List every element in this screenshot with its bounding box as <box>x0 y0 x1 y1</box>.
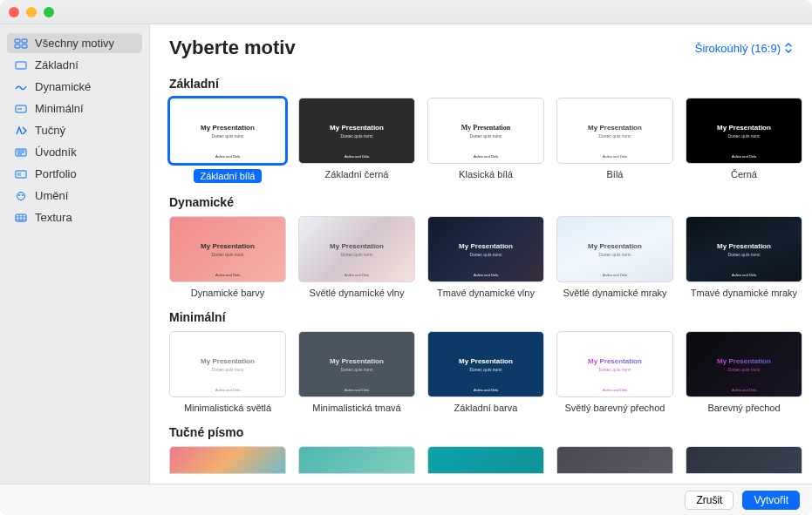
theme-thumbnail: My PresentationDonec quis nuncAaliea and… <box>169 216 286 282</box>
cancel-button[interactable]: Zrušit <box>685 491 734 510</box>
thumb-foot: Aaliea and Dela <box>603 273 627 277</box>
theme-thumbnail: My PresentationDonec quis nuncAaliea and… <box>427 331 544 397</box>
thumb-foot: Aaliea and Dela <box>474 388 498 392</box>
sidebar-item-6[interactable]: Portfolio <box>7 164 142 184</box>
thumb-sub: Donec quis nunc <box>340 367 372 372</box>
theme-label: Světlý barevný přechod <box>565 403 665 413</box>
theme-label: Základní černá <box>325 169 389 180</box>
theme-label: Barevný přechod <box>707 403 780 413</box>
theme-thumbnail: My PresentationDonec quis nuncAaliea and… <box>556 331 673 397</box>
theme-item[interactable] <box>169 446 286 474</box>
sidebar-item-label: Základní <box>35 58 78 71</box>
theme-item[interactable]: My PresentationDonec quis nuncAaliea and… <box>686 216 802 298</box>
theme-item[interactable] <box>686 446 802 474</box>
theme-label: Světlé dynamické mraky <box>563 288 666 298</box>
bold-icon <box>14 125 28 137</box>
theme-item[interactable]: My PresentationDonec quis nuncAaliea and… <box>556 331 673 413</box>
chevron-up-down-icon <box>784 43 793 53</box>
theme-item[interactable]: My PresentationDonec quis nuncAaliea and… <box>169 216 286 298</box>
thumb-sub: Donec quis nunc <box>469 367 502 372</box>
sidebar-item-2[interactable]: Dynamické <box>7 77 142 97</box>
theme-item[interactable]: My PresentationDonec quis nuncAaliea and… <box>556 216 673 298</box>
section-title: Minimální <box>169 310 793 324</box>
minimize-icon[interactable] <box>26 7 37 17</box>
thumb-sub: Donec quis nunc <box>469 252 502 257</box>
thumb-heading: My Presentation <box>588 357 642 365</box>
thumb-heading: My Presentation <box>330 124 384 132</box>
art-icon <box>14 190 28 202</box>
thumb-heading: My Presentation <box>588 242 642 250</box>
section-title: Tučné písmo <box>169 425 793 439</box>
theme-thumbnail <box>298 446 415 474</box>
thumb-heading: My Presentation <box>459 357 513 365</box>
thumb-foot: Aaliea and Dela <box>474 154 498 159</box>
theme-thumbnail <box>686 446 802 474</box>
theme-item[interactable]: My PresentationDonec quis nuncAaliea and… <box>298 98 415 183</box>
theme-thumbnail <box>427 446 544 474</box>
svg-rect-4 <box>16 62 26 69</box>
theme-thumbnail: My PresentationDonec quis nuncAaliea and… <box>556 98 673 164</box>
thumb-heading: My Presentation <box>330 242 384 250</box>
thumb-sub: Donec quis nunc <box>340 252 372 257</box>
thumb-foot: Aaliea and Dela <box>732 154 756 159</box>
theme-item[interactable]: My PresentationDonec quis nuncAaliea and… <box>556 98 673 183</box>
theme-item[interactable]: My PresentationDonec quis nuncAaliea and… <box>427 331 544 413</box>
thumb-heading: My Presentation <box>717 124 771 132</box>
sidebar-item-3[interactable]: Minimální <box>7 98 142 119</box>
footer: Zrušit Vytvořit <box>0 484 812 515</box>
theme-label: Základní bílá <box>194 169 263 183</box>
theme-item[interactable]: My PresentationDonec quis nuncAaliea and… <box>686 98 802 183</box>
theme-item[interactable] <box>298 446 415 474</box>
thumb-heading: My Presentation <box>201 124 255 132</box>
sidebar-item-label: Umění <box>35 189 68 202</box>
main-pane: Vyberte motiv Širokoúhlý (16:9) Základní… <box>150 24 812 484</box>
sidebar-item-0[interactable]: Všechny motivy <box>7 33 142 53</box>
aspect-ratio-dropdown[interactable]: Širokoúhlý (16:9) <box>695 42 793 55</box>
theme-grid: ZákladníMy PresentationDonec quis nuncAa… <box>150 64 812 484</box>
sidebar-item-5[interactable]: Úvodník <box>7 142 142 162</box>
create-button[interactable]: Vytvořit <box>742 491 800 510</box>
theme-thumbnail: My PresentationDonec quis nuncAaliea and… <box>427 98 544 164</box>
sidebar-item-label: Textura <box>35 211 72 224</box>
theme-label: Základní barva <box>454 403 518 413</box>
theme-item[interactable]: My PresentationDonec quis nuncAaliea and… <box>686 331 802 413</box>
minimal-icon <box>14 103 28 115</box>
theme-item[interactable]: My PresentationDonec quis nuncAaliea and… <box>427 216 544 298</box>
svg-rect-1 <box>22 39 27 43</box>
theme-item[interactable]: My PresentationDonec quis nuncAaliea and… <box>427 98 544 183</box>
thumb-foot: Aaliea and Dela <box>345 273 369 277</box>
thumb-heading: My Presentation <box>588 124 642 132</box>
thumb-sub: Donec quis nunc <box>340 133 372 139</box>
theme-item[interactable]: My PresentationDonec quis nuncAaliea and… <box>298 331 415 413</box>
theme-item[interactable] <box>427 446 544 474</box>
thumb-foot: Aaliea and Dela <box>345 154 369 159</box>
svg-rect-2 <box>15 44 20 48</box>
main-header: Vyberte motiv Širokoúhlý (16:9) <box>150 24 812 64</box>
sidebar-item-1[interactable]: Základní <box>7 55 142 75</box>
theme-label: Minimalistická tmavá <box>312 403 400 413</box>
sidebar-item-4[interactable]: Tučný <box>7 120 142 140</box>
theme-thumbnail: My PresentationDonec quis nuncAaliea and… <box>169 98 286 164</box>
theme-item[interactable]: My PresentationDonec quis nuncAaliea and… <box>169 98 286 183</box>
sidebar-item-8[interactable]: Textura <box>7 207 142 227</box>
svg-rect-12 <box>17 173 21 176</box>
theme-label: Tmavé dynamické mraky <box>691 288 797 298</box>
thumb-sub: Donec quis nunc <box>727 252 760 257</box>
theme-row: My PresentationDonec quis nuncAaliea and… <box>169 331 793 413</box>
theme-item[interactable] <box>556 446 673 474</box>
thumb-sub: Donec quis nunc <box>598 367 631 372</box>
theme-thumbnail: My PresentationDonec quis nuncAaliea and… <box>169 331 286 397</box>
theme-item[interactable]: My PresentationDonec quis nuncAaliea and… <box>169 331 286 413</box>
sidebar-item-7[interactable]: Umění <box>7 186 142 206</box>
close-icon[interactable] <box>9 7 19 17</box>
theme-thumbnail: My PresentationDonec quis nuncAaliea and… <box>427 216 544 282</box>
svg-rect-16 <box>16 214 26 221</box>
zoom-icon[interactable] <box>44 7 54 17</box>
section-title: Dynamické <box>169 195 793 209</box>
svg-point-15 <box>22 194 24 196</box>
thumb-heading: My Presentation <box>201 357 255 365</box>
theme-item[interactable]: My PresentationDonec quis nuncAaliea and… <box>298 216 415 298</box>
sidebar-item-label: Minimální <box>35 102 84 115</box>
thumb-foot: Aaliea and Dela <box>215 154 240 159</box>
sidebar-item-label: Tučný <box>35 124 65 137</box>
